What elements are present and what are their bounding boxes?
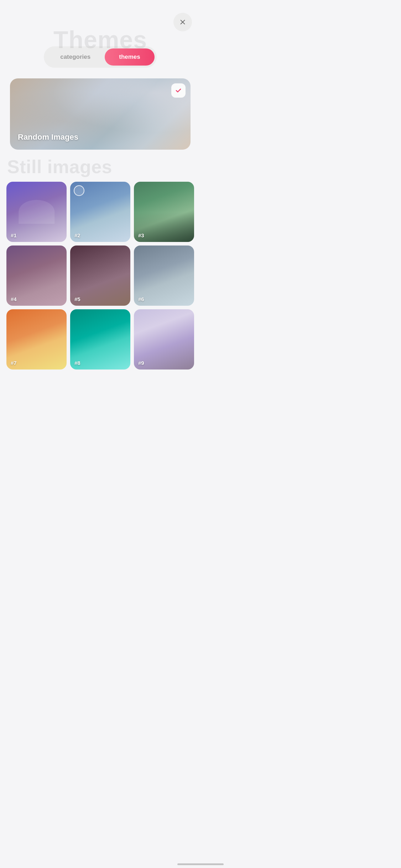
image-item-9[interactable]: #9 (134, 309, 194, 370)
image-item-1[interactable]: #1 (6, 182, 67, 242)
image-item-4[interactable]: #4 (6, 246, 67, 306)
image-item-6[interactable]: #6 (134, 246, 194, 306)
image-grid: #1#2#3#4#5#6#7#8#9 (0, 180, 200, 377)
tab-container: categories themes (44, 46, 157, 68)
image-item-6-label: #6 (138, 296, 144, 302)
random-images-card[interactable]: Random Images (10, 78, 191, 150)
image-item-7-label: #7 (11, 360, 17, 366)
tab-themes[interactable]: themes (105, 48, 155, 66)
image-item-2[interactable]: #2 (70, 182, 130, 242)
image-item-2-selection-circle (74, 185, 84, 196)
still-images-section-title: Still images (0, 150, 200, 180)
image-item-1-label: #1 (11, 232, 17, 238)
image-item-8[interactable]: #8 (70, 309, 130, 370)
image-item-5[interactable]: #5 (70, 246, 130, 306)
random-card-label: Random Images (18, 133, 78, 142)
random-card-checkmark (171, 83, 186, 98)
image-item-3-label: #3 (138, 232, 144, 238)
image-item-9-label: #9 (138, 360, 144, 366)
close-button[interactable] (173, 13, 192, 31)
image-item-4-label: #4 (11, 296, 17, 302)
image-item-8-label: #8 (74, 360, 80, 366)
image-item-3[interactable]: #3 (134, 182, 194, 242)
tab-categories[interactable]: categories (46, 48, 105, 66)
tab-bar: categories themes (0, 46, 200, 68)
image-item-2-label: #2 (74, 232, 80, 238)
image-item-7[interactable]: #7 (6, 309, 67, 370)
image-item-5-label: #5 (74, 296, 80, 302)
